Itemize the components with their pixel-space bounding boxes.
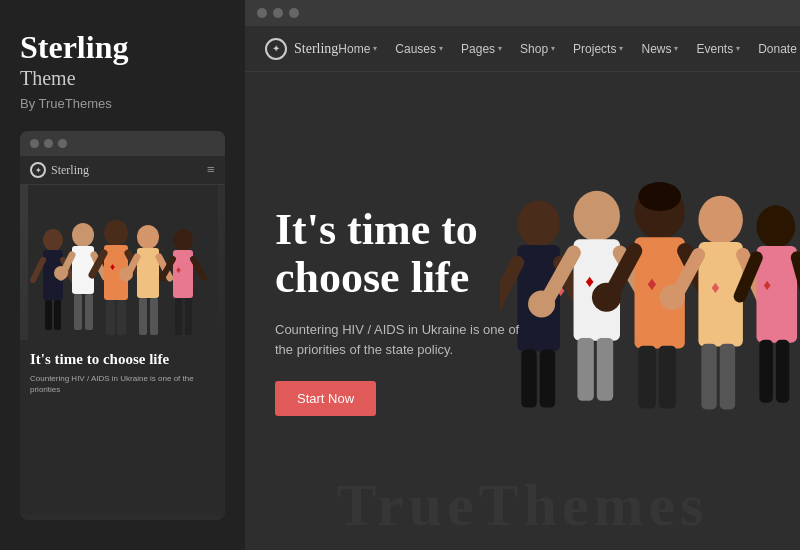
mini-browser-preview: ✦ Sterling ≡ (20, 131, 225, 520)
svg-text:♦: ♦ (763, 276, 771, 293)
svg-text:♦: ♦ (176, 264, 181, 275)
svg-point-55 (592, 283, 621, 312)
by-line: By TrueThemes (20, 96, 225, 111)
svg-point-14 (54, 266, 68, 280)
svg-rect-57 (638, 346, 655, 409)
nav-home-chevron: ▾ (373, 44, 377, 53)
nav-links: Home ▾ Causes ▾ Pages ▾ Shop ▾ Projects (338, 37, 800, 61)
nav-item-projects[interactable]: Projects ▾ (573, 42, 623, 56)
svg-point-68 (756, 205, 795, 248)
svg-rect-66 (720, 344, 735, 410)
nav-projects-label: Projects (573, 42, 616, 56)
mini-hamburger-icon[interactable]: ≡ (207, 162, 215, 178)
left-panel: Sterling Theme By TrueThemes ✦ Sterling … (0, 0, 245, 550)
svg-text:♦: ♦ (110, 261, 115, 272)
mini-logo: ✦ Sterling (30, 162, 89, 178)
site-logo-text: Sterling (294, 41, 338, 57)
svg-point-63 (660, 285, 685, 310)
svg-rect-5 (45, 300, 52, 330)
nav-item-news[interactable]: News ▾ (641, 42, 678, 56)
svg-text:♦: ♦ (585, 271, 594, 291)
svg-point-22 (137, 225, 159, 249)
nav-pages-label: Pages (461, 42, 495, 56)
chrome-dot-3 (289, 8, 299, 18)
mini-logo-text: Sterling (51, 163, 89, 178)
mini-browser-content: ✦ Sterling ≡ (20, 156, 225, 515)
nav-pages-chevron: ▾ (498, 44, 502, 53)
nav-causes-chevron: ▾ (439, 44, 443, 53)
svg-rect-27 (150, 298, 158, 335)
svg-rect-34 (185, 298, 192, 335)
nav-donate-label: Donate (758, 42, 797, 56)
svg-point-60 (698, 196, 743, 244)
nav-item-pages[interactable]: Pages ▾ (461, 42, 502, 56)
site-navigation: ✦ Sterling Home ▾ Causes ▾ Pages ▾ Shop (245, 26, 800, 72)
nav-news-label: News (641, 42, 671, 56)
svg-rect-20 (117, 300, 126, 335)
svg-point-8 (72, 223, 94, 247)
hero-section: It's time to choose life Countering HIV … (245, 72, 800, 550)
nav-shop-label: Shop (520, 42, 548, 56)
svg-rect-19 (106, 300, 115, 335)
start-now-button[interactable]: Start Now (275, 381, 376, 416)
mini-hero-image: ♦ (20, 185, 225, 340)
site-logo: ✦ Sterling (265, 38, 338, 60)
mini-dot-3 (58, 139, 67, 148)
svg-text:♦: ♦ (711, 277, 720, 297)
nav-causes-label: Causes (395, 42, 436, 56)
svg-rect-23 (137, 248, 159, 298)
chrome-dot-1 (257, 8, 267, 18)
svg-rect-13 (85, 294, 93, 330)
mini-hero-text: It's time to choose life Countering HIV … (20, 340, 225, 401)
svg-rect-65 (701, 344, 716, 410)
chrome-dot-2 (273, 8, 283, 18)
theme-subtitle: Theme (20, 67, 225, 90)
site-logo-icon: ✦ (265, 38, 287, 60)
nav-home-label: Home (338, 42, 370, 56)
svg-rect-73 (776, 340, 790, 403)
svg-rect-6 (54, 300, 61, 330)
svg-point-29 (173, 229, 193, 251)
mini-dot-1 (30, 139, 39, 148)
theme-title: Sterling (20, 30, 225, 65)
watermark-text: TrueThemes (336, 471, 708, 540)
mini-people-illustration: ♦ (28, 185, 218, 340)
hero-content: It's time to choose life Countering HIV … (245, 166, 565, 457)
svg-point-52 (638, 182, 681, 211)
nav-item-events[interactable]: Events ▾ (696, 42, 740, 56)
website-preview: ✦ Sterling Home ▾ Causes ▾ Pages ▾ Shop (245, 26, 800, 550)
hero-description: Countering HIV / AIDS in Ukraine is one … (275, 320, 535, 359)
nav-item-donate[interactable]: Donate ▾ (758, 42, 800, 56)
right-panel: ✦ Sterling Home ▾ Causes ▾ Pages ▾ Shop (245, 0, 800, 550)
mini-dot-2 (44, 139, 53, 148)
nav-events-chevron: ▾ (736, 44, 740, 53)
svg-point-1 (43, 229, 63, 251)
svg-text:♦: ♦ (647, 273, 657, 294)
svg-rect-58 (659, 346, 676, 409)
svg-point-43 (574, 191, 620, 241)
nav-item-home[interactable]: Home ▾ (338, 42, 377, 56)
svg-rect-33 (175, 298, 182, 335)
nav-events-label: Events (696, 42, 733, 56)
browser-chrome (245, 0, 800, 26)
mini-logo-icon: ✦ (30, 162, 46, 178)
svg-rect-49 (597, 338, 613, 401)
nav-shop-chevron: ▾ (551, 44, 555, 53)
mini-browser-chrome (20, 131, 225, 156)
nav-item-causes[interactable]: Causes ▾ (395, 42, 443, 56)
mini-hero-desc: Countering HIV / AIDS in Ukraine is one … (30, 374, 215, 395)
nav-news-chevron: ▾ (674, 44, 678, 53)
svg-point-28 (119, 267, 133, 281)
nav-projects-chevron: ▾ (619, 44, 623, 53)
svg-rect-12 (74, 294, 82, 330)
hero-title: It's time to choose life (275, 206, 535, 303)
svg-rect-9 (72, 246, 94, 294)
svg-rect-69 (756, 246, 797, 343)
svg-point-15 (104, 220, 128, 246)
svg-rect-26 (139, 298, 147, 335)
svg-rect-48 (577, 338, 593, 401)
svg-rect-72 (759, 340, 773, 403)
mini-nav: ✦ Sterling ≡ (20, 156, 225, 185)
mini-hero-title: It's time to choose life (30, 350, 215, 368)
nav-item-shop[interactable]: Shop ▾ (520, 42, 555, 56)
